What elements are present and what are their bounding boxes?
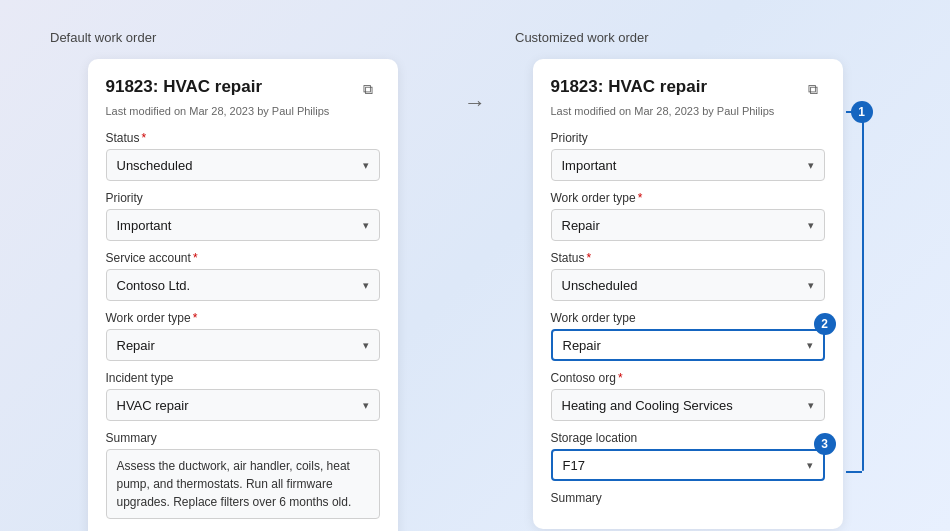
right-status-chevron-icon: ▾	[808, 279, 814, 292]
right-field-priority: Priority Important ▾	[551, 131, 825, 181]
right-contoso-org-chevron-icon: ▾	[808, 399, 814, 412]
page-container: Default work order 91823: HVAC repair ⧉ …	[40, 30, 910, 531]
left-work-order-type-chevron-icon: ▾	[363, 339, 369, 352]
bracket-vertical-line	[862, 111, 864, 471]
right-column-title: Customized work order	[505, 30, 649, 45]
left-field-status: Status * Unscheduled ▾	[106, 131, 380, 181]
left-field-incident-type: Incident type HVAC repair ▾	[106, 371, 380, 421]
right-field-work-order-type-highlighted: 2 Work order type Repair ▾	[551, 311, 825, 361]
left-field-work-order-type: Work order type * Repair ▾	[106, 311, 380, 361]
badge-1: 1	[851, 101, 873, 123]
right-work-order-type-2-chevron-icon: ▾	[807, 339, 813, 352]
right-work-order-type-1-chevron-icon: ▾	[808, 219, 814, 232]
right-card-header: 91823: HVAC repair ⧉	[551, 77, 825, 101]
left-status-required: *	[142, 131, 147, 145]
left-status-label: Status	[106, 131, 140, 145]
left-summary-text[interactable]: Assess the ductwork, air handler, coils,…	[106, 449, 380, 519]
right-priority-chevron-icon: ▾	[808, 159, 814, 172]
left-card-title: 91823: HVAC repair	[106, 77, 263, 97]
right-field-contoso-org: Contoso org * Heating and Cooling Servic…	[551, 371, 825, 421]
right-field-summary: Summary	[551, 491, 825, 505]
right-storage-location-chevron-icon: ▾	[807, 459, 813, 472]
right-status-select[interactable]: Unscheduled ▾	[551, 269, 825, 301]
right-storage-location-select[interactable]: F17 ▾	[551, 449, 825, 481]
left-work-order-type-select[interactable]: Repair ▾	[106, 329, 380, 361]
left-work-order-type-label: Work order type	[106, 311, 191, 325]
right-card-subtitle: Last modified on Mar 28, 2023 by Paul Ph…	[551, 105, 825, 117]
bracket-bottom-tick	[846, 471, 862, 473]
left-field-service-account: Service account * Contoso Ltd. ▾	[106, 251, 380, 301]
right-work-order-type-1-select[interactable]: Repair ▾	[551, 209, 825, 241]
right-summary-label: Summary	[551, 491, 602, 505]
right-priority-label: Priority	[551, 131, 588, 145]
right-contoso-org-select[interactable]: Heating and Cooling Services ▾	[551, 389, 825, 421]
direction-arrow-icon: →	[464, 90, 486, 116]
left-priority-label: Priority	[106, 191, 143, 205]
right-work-order-type-1-required: *	[638, 191, 643, 205]
right-work-order-type-2-select[interactable]: Repair ▾	[551, 329, 825, 361]
right-work-order-type-2-label: Work order type	[551, 311, 636, 325]
left-status-chevron-icon: ▾	[363, 159, 369, 172]
right-column-wrapper: 91823: HVAC repair ⧉ Last modified on Ma…	[533, 59, 883, 529]
left-incident-type-label: Incident type	[106, 371, 174, 385]
left-card-header: 91823: HVAC repair ⧉	[106, 77, 380, 101]
left-priority-select[interactable]: Important ▾	[106, 209, 380, 241]
left-field-summary: Summary Assess the ductwork, air handler…	[106, 431, 380, 519]
right-work-order-type-1-label: Work order type	[551, 191, 636, 205]
right-priority-select[interactable]: Important ▾	[551, 149, 825, 181]
left-priority-chevron-icon: ▾	[363, 219, 369, 232]
arrow-container: →	[445, 30, 505, 116]
left-field-priority: Priority Important ▾	[106, 191, 380, 241]
left-service-account-chevron-icon: ▾	[363, 279, 369, 292]
right-field-work-order-type-1: Work order type * Repair ▾	[551, 191, 825, 241]
left-summary-label: Summary	[106, 431, 157, 445]
right-card-external-icon[interactable]: ⧉	[801, 77, 825, 101]
left-service-account-required: *	[193, 251, 198, 265]
right-contoso-org-label: Contoso org	[551, 371, 616, 385]
left-card-subtitle: Last modified on Mar 28, 2023 by Paul Ph…	[106, 105, 380, 117]
left-incident-type-chevron-icon: ▾	[363, 399, 369, 412]
badge-3: 3	[814, 433, 836, 455]
left-column-title: Default work order	[40, 30, 156, 45]
left-card: 91823: HVAC repair ⧉ Last modified on Ma…	[88, 59, 398, 531]
right-status-required: *	[587, 251, 592, 265]
left-card-external-icon[interactable]: ⧉	[356, 77, 380, 101]
right-status-label: Status	[551, 251, 585, 265]
right-card: 91823: HVAC repair ⧉ Last modified on Ma…	[533, 59, 843, 529]
left-status-select[interactable]: Unscheduled ▾	[106, 149, 380, 181]
left-column: Default work order 91823: HVAC repair ⧉ …	[40, 30, 445, 531]
right-column: Customized work order 91823: HVAC repair…	[505, 30, 910, 529]
right-card-title: 91823: HVAC repair	[551, 77, 708, 97]
badge-2: 2	[814, 313, 836, 335]
right-storage-location-label: Storage location	[551, 431, 638, 445]
left-service-account-select[interactable]: Contoso Ltd. ▾	[106, 269, 380, 301]
right-field-storage-location: 3 Storage location F17 ▾	[551, 431, 825, 481]
right-contoso-org-required: *	[618, 371, 623, 385]
left-service-account-label: Service account	[106, 251, 191, 265]
left-work-order-type-required: *	[193, 311, 198, 325]
left-incident-type-select[interactable]: HVAC repair ▾	[106, 389, 380, 421]
right-field-status: Status * Unscheduled ▾	[551, 251, 825, 301]
